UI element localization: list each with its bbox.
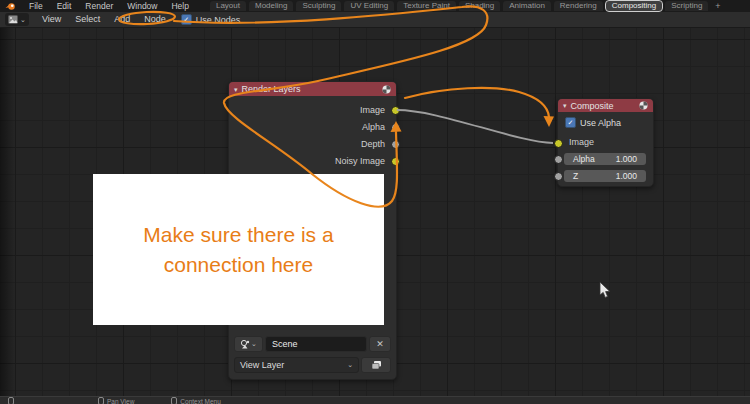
compositor-header: ⌄ View Select Add Node ✓ Use Nodes [0, 12, 750, 28]
annotation-text: Make sure there is a connection here [143, 220, 333, 280]
add-workspace-button[interactable]: + [711, 1, 724, 11]
hint-context-menu: Context Menu [168, 397, 220, 404]
tab-rendering[interactable]: Rendering [554, 1, 603, 11]
collapse-triangle-icon[interactable]: ▾ [234, 86, 238, 93]
hint-pan-view: Pan View [95, 397, 134, 404]
output-label-alpha: Alpha [362, 121, 385, 133]
socket-output-alpha[interactable] [391, 123, 400, 132]
tab-modeling[interactable]: Modeling [249, 1, 293, 11]
tab-scripting[interactable]: Scripting [665, 1, 708, 11]
tab-compositing[interactable]: Compositing [606, 1, 662, 11]
composite-header[interactable]: ▾ Composite [558, 99, 653, 112]
view-layer-row: View Layer ⌄ [234, 357, 391, 373]
scene-type-button[interactable]: ⌄ [234, 336, 263, 352]
composite-node[interactable]: ▾ Composite ✓ Use Alpha Image Alpha 1.00… [557, 98, 654, 187]
mouse-icon [8, 397, 14, 404]
blender-logo-icon[interactable] [5, 2, 16, 11]
menu-render[interactable]: Render [78, 0, 120, 12]
tab-layout[interactable]: Layout [210, 1, 246, 11]
render-layers-header[interactable]: ▾ Render Layers [229, 82, 396, 96]
menu-window[interactable]: Window [120, 0, 164, 12]
input-label-image: Image [569, 136, 594, 148]
socket-input-image[interactable] [554, 139, 563, 148]
use-nodes-checkbox[interactable]: ✓ [181, 14, 192, 25]
menu-select[interactable]: Select [68, 12, 107, 27]
mouse-icon [171, 397, 177, 404]
alpha-value-field[interactable]: Alpha 1.000 [564, 153, 646, 165]
scene-icon [240, 339, 250, 349]
composite-title: Composite [571, 101, 635, 111]
unlink-scene-button[interactable]: ✕ [369, 336, 391, 352]
menu-file[interactable]: File [22, 0, 50, 12]
chevron-down-icon: ⌄ [20, 17, 26, 23]
annotation-box: Make sure there is a connection here [93, 174, 384, 325]
use-alpha-label: Use Alpha [580, 118, 621, 128]
tab-shading[interactable]: Shading [459, 1, 500, 11]
socket-input-z[interactable] [554, 172, 563, 181]
compositor-editor-icon [8, 15, 18, 24]
collapse-triangle-icon[interactable]: ▾ [563, 102, 567, 109]
use-alpha-checkbox[interactable]: ✓ [565, 117, 576, 128]
status-bar: Pan View Context Menu [0, 396, 750, 404]
alpha-field-value: 1.000 [616, 154, 637, 164]
use-nodes-label[interactable]: Use Nodes [196, 15, 241, 25]
tab-animation[interactable]: Animation [503, 1, 551, 11]
socket-output-noisy-image[interactable] [391, 157, 400, 166]
output-label-depth: Depth [361, 138, 385, 150]
menu-edit[interactable]: Edit [50, 0, 79, 12]
tab-uv-editing[interactable]: UV Editing [344, 1, 394, 11]
mouse-icon [98, 397, 104, 404]
scene-name-field[interactable]: Scene [265, 336, 367, 352]
workspace-tabs: Layout Modeling Sculpting UV Editing Tex… [210, 0, 725, 12]
socket-output-depth[interactable] [391, 140, 400, 149]
output-label-image: Image [360, 104, 385, 116]
use-alpha-row: ✓ Use Alpha [565, 117, 621, 128]
z-field-value: 1.000 [616, 171, 637, 181]
render-photos-icon [371, 360, 382, 370]
view-layer-dropdown[interactable]: View Layer ⌄ [234, 357, 359, 373]
editor-type-selector[interactable]: ⌄ [5, 13, 29, 26]
z-field-label: Z [573, 171, 578, 181]
chevron-down-icon: ⌄ [347, 362, 353, 368]
menu-add[interactable]: Add [107, 12, 137, 27]
socket-input-alpha[interactable] [554, 155, 563, 164]
output-label-noisy-image: Noisy Image [335, 155, 385, 167]
socket-output-image[interactable] [391, 106, 400, 115]
menu-help[interactable]: Help [164, 0, 195, 12]
top-menu-bar: File Edit Render Window Help Layout Mode… [0, 0, 750, 12]
render-result-icon [382, 85, 391, 94]
z-value-field[interactable]: Z 1.000 [564, 170, 646, 182]
menu-view[interactable]: View [35, 12, 68, 27]
scene-selector-row: ⌄ Scene ✕ [234, 336, 391, 352]
view-layer-value: View Layer [240, 360, 347, 370]
tab-sculpting[interactable]: Sculpting [296, 1, 341, 11]
chevron-down-icon: ⌄ [251, 341, 257, 347]
alpha-field-label: Alpha [573, 154, 595, 164]
blender-window: File Edit Render Window Help Layout Mode… [0, 0, 750, 404]
menu-node[interactable]: Node [137, 12, 173, 27]
render-result-icon [639, 101, 648, 110]
render-layer-button[interactable] [361, 357, 391, 373]
render-layers-title: Render Layers [242, 84, 378, 94]
tab-texture-paint[interactable]: Texture Paint [397, 1, 456, 11]
